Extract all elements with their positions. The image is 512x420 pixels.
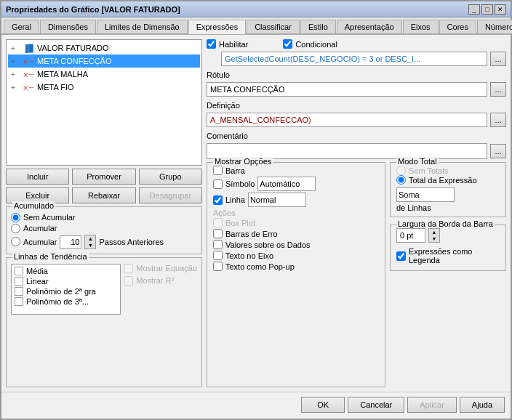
maximize-button[interactable]: □ [481,4,493,15]
barras-erro-row: Barras de Erro [213,229,379,238]
ok-button[interactable]: OK [301,397,345,413]
rebaixar-button[interactable]: Rebaixar [72,187,135,203]
expression-tree[interactable]: + ▐▉ VALOR FATURADO + ⨯─ META CONFECÇÃO … [6,39,202,166]
tree-item-meta-confeccao[interactable]: + ⨯─ META CONFECÇÃO [8,54,200,68]
box-plot-row: Box Plot [213,218,379,227]
condicional-expr-button[interactable]: ... [490,52,506,66]
tend-linear-check[interactable] [15,277,23,286]
tend-polinomio2-check[interactable] [15,287,23,296]
tend-media-check[interactable] [15,267,23,275]
tree-item-meta-fio[interactable]: + ⨯─ META FIO [8,81,200,94]
expressoes-legenda-row: Expressões como Legenda [396,247,500,264]
tend-polinomio3-check[interactable] [15,297,23,306]
tab-dimensoes[interactable]: Dimensões [40,20,96,33]
aplicar-button[interactable]: Aplicar [407,397,457,413]
habilitar-check[interactable] [207,39,216,49]
expand-icon-4[interactable]: + [11,84,20,92]
tend-polinomio3: Polinômio de 3ª... [13,296,119,307]
tab-classificar[interactable]: Classificar [247,20,300,33]
simbolo-row: Símbolo Automático [213,177,379,191]
condicional-expr-input[interactable] [221,52,487,66]
simbolo-check[interactable] [213,179,223,189]
texto-eixo-check[interactable] [213,251,223,260]
expand-icon-3[interactable]: + [11,70,20,78]
tendencia-list[interactable]: Média Linear Polinômio de 2ª gra Po [11,264,121,315]
largura-spinner-down[interactable]: ▼ [429,235,439,242]
acumular-passos-radio[interactable] [11,237,20,246]
tab-apresentacao[interactable]: Apresentação [337,20,402,33]
sem-acumular-radio[interactable] [11,213,20,222]
barras-erro-label: Barras de Erro [225,230,278,238]
definicao-label: Definição [207,101,506,110]
simbolo-select[interactable]: Automático [257,177,316,191]
mostrar-r2-label: Mostrar R² [124,276,197,286]
acumular-radio[interactable] [11,224,20,233]
soma-select[interactable]: Soma [396,187,455,202]
barra-check[interactable] [213,166,223,175]
sem-acumular-label: Sem Acumular [23,213,76,222]
expressoes-legenda-label: Expressões como Legenda [409,247,500,264]
mostrar-r2-check[interactable] [124,276,133,286]
habilitar-row: Habilitar Condicional [207,39,506,49]
tend-linear-label: Linear [26,277,49,286]
sem-acumular-row: Sem Acumular [11,213,197,222]
tree-item-valor[interactable]: + ▐▉ VALOR FATURADO [8,41,200,54]
minimize-button[interactable]: _ [468,4,480,15]
grupo-button[interactable]: Grupo [139,169,202,185]
largura-spinner: ▲ ▼ [428,228,440,243]
tab-limites[interactable]: Limites de Dimensão [97,20,188,33]
definicao-expr-button[interactable]: ... [490,113,506,127]
line-x-icon-1: ⨯─ [23,56,34,66]
rotulo-expr-button[interactable]: ... [490,82,506,97]
acoes-section: Ações Box Plot Barras de Erro Valores so… [213,209,379,271]
tab-geral[interactable]: Geral [4,20,39,33]
tab-estilo[interactable]: Estilo [300,20,336,33]
tabs-bar: Geral Dimensões Limites de Dimensão Expr… [1,17,511,35]
expand-icon-2[interactable]: + [11,57,20,65]
rotulo-input[interactable] [207,82,487,97]
soma-row: Soma [396,187,500,202]
texto-popup-check[interactable] [213,262,223,271]
mostrar-equacao-check[interactable] [124,264,133,273]
acumular-passos-row: Acumular ▲ ▼ Passos Anteriores [11,235,197,249]
box-plot-check[interactable] [213,218,223,227]
comentario-expr-button[interactable]: ... [490,144,506,158]
promover-button[interactable]: Promover [72,169,135,185]
largura-spinner-up[interactable]: ▲ [429,229,439,235]
ajuda-button[interactable]: Ajuda [460,397,505,413]
valores-dados-check[interactable] [213,240,223,249]
tend-media-label: Média [26,267,48,275]
passos-input[interactable] [60,235,81,249]
largura-input[interactable] [396,228,425,243]
sem-totais-label: Sem Totais [409,166,448,175]
barras-erro-check[interactable] [213,229,223,238]
desagrupar-button[interactable]: Desagrupar [139,187,202,203]
passos-spinner: ▲ ▼ [84,235,96,249]
modo-total-group: Modo Total Sem Totais Total da Expressão… [390,162,506,217]
rotulo-row: ... [207,82,506,97]
linha-select[interactable]: Normal [248,193,306,207]
tree-item-label-2: META CONFECÇÃO [37,57,111,65]
spinner-up[interactable]: ▲ [85,235,95,242]
tab-eixos[interactable]: Eixos [403,20,439,33]
expand-icon[interactable]: + [11,44,20,52]
sem-totais-radio[interactable] [396,166,406,175]
close-button[interactable]: ✕ [495,4,506,15]
tab-numero[interactable]: Número [477,20,512,33]
tree-item-meta-malha[interactable]: + ⨯─ META MALHA [8,68,200,81]
total-expressao-radio[interactable] [396,175,406,185]
definicao-input[interactable] [207,113,487,127]
tend-polinomio2-label: Polinômio de 2ª gra [26,287,96,296]
cancelar-button[interactable]: Cancelar [348,397,404,413]
tend-media: Média [13,266,119,276]
expressoes-legenda-check[interactable] [396,251,406,261]
tab-cores[interactable]: Cores [439,20,476,33]
right-boxes: Modo Total Sem Totais Total da Expressão… [390,162,506,387]
acumular-passos-label: Acumular [23,238,57,246]
incluir-button[interactable]: Incluir [6,169,69,185]
spinner-down[interactable]: ▼ [85,242,95,249]
tab-expressoes[interactable]: Expressões [188,20,246,34]
linha-check[interactable] [213,195,223,205]
condicional-check[interactable] [283,39,292,49]
valores-dados-label: Valores sobre os Dados [225,241,311,249]
